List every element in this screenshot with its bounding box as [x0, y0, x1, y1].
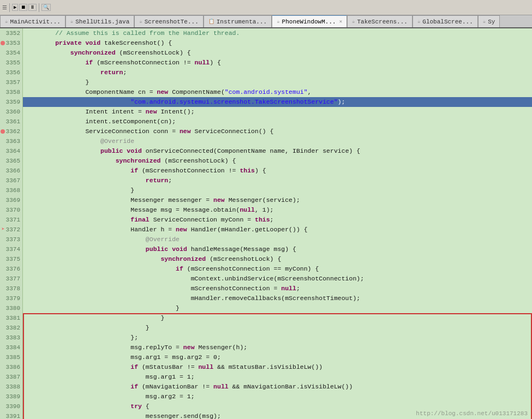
line-number-text: 3353: [6, 38, 20, 48]
tab-shellutils[interactable]: ☕ ShellUtils.java: [65, 15, 134, 27]
line-number-text: 3391: [6, 411, 20, 419]
line-number-text: 3370: [6, 205, 20, 215]
line-num: 3354: [0, 48, 22, 58]
code-line[interactable]: synchronized (mScreenshotLock) {: [23, 48, 532, 58]
code-line[interactable]: synchronized (mScreenshotLock) {: [23, 156, 532, 166]
code-line[interactable]: if (mScreenshotConnection != this) {: [23, 166, 532, 176]
line-num: 3368: [0, 185, 22, 195]
line-number-text: 3358: [6, 87, 20, 97]
toolbar-btn[interactable]: ▶: [12, 4, 18, 11]
line-number-text: 3359: [6, 97, 20, 107]
tab-label-mainactivity: MainActivit...: [10, 19, 60, 25]
tab-globalscree[interactable]: ☕ GlobalScree...: [413, 15, 478, 27]
line-num: 3375: [0, 254, 22, 264]
code-line[interactable]: synchronized (mScreenshotLock) {: [23, 254, 532, 264]
code-line[interactable]: mHandler.removeCallbacks(mScreenshotTime…: [23, 294, 532, 303]
code-line[interactable]: Message msg = Message.obtain(null, 1);: [23, 205, 532, 215]
line-number-text: 3384: [6, 343, 20, 352]
code-line[interactable]: @Override: [23, 235, 532, 244]
tab-screenshotte[interactable]: ☕ ScreenshotTe...: [134, 15, 203, 27]
line-number-text: 3368: [6, 185, 20, 195]
line-numbers: 3352335333543355335633573358335933603361…: [0, 28, 23, 419]
line-number-text: 3357: [6, 77, 20, 87]
line-number-text: 3352: [6, 28, 20, 38]
tab-takescreens[interactable]: ☕ TakeScreens...: [347, 15, 413, 27]
line-num: 3365: [0, 156, 22, 166]
line-number-text: 3380: [6, 303, 20, 313]
line-number-text: 3381: [6, 313, 20, 323]
code-line[interactable]: final ServiceConnection myConn = this;: [23, 215, 532, 225]
line-num: 3387: [0, 372, 22, 382]
line-num: 3378: [0, 284, 22, 294]
code-line[interactable]: mContext.unbindService(mScreenshotConnec…: [23, 274, 532, 284]
tab-label-sy: Sy: [488, 19, 495, 25]
line-number-text: 3355: [6, 58, 20, 68]
code-line[interactable]: Intent intent = new Intent();: [23, 107, 532, 117]
code-lines[interactable]: // Assume this is called from the Handle…: [23, 28, 532, 419]
code-line[interactable]: mScreenshotConnection = null;: [23, 284, 532, 294]
code-line[interactable]: }: [23, 77, 532, 87]
code-line[interactable]: msg.arg1 = msg.arg2 = 0;: [23, 352, 532, 362]
code-line[interactable]: Messenger messenger = new Messenger(serv…: [23, 195, 532, 205]
toolbar-search[interactable]: 🔍: [41, 4, 51, 11]
line-num: 3352: [0, 28, 22, 38]
line-number-text: 3361: [6, 117, 20, 127]
toolbar-separator-2: [39, 3, 39, 12]
code-line[interactable]: private void takeScreenshot() {: [23, 38, 532, 48]
code-line[interactable]: return;: [23, 176, 532, 185]
line-number-text: 3377: [6, 274, 20, 284]
code-line[interactable]: msg.arg1 = 1;: [23, 372, 532, 382]
line-num: 3356: [0, 68, 22, 77]
line-num: 3359: [0, 97, 22, 107]
line-num: 3373: [0, 235, 22, 244]
line-num: 3366: [0, 166, 22, 176]
line-number-text: 3363: [6, 136, 20, 146]
tab-icon-phonewindowm: ☕: [277, 19, 279, 25]
tab-label-phonewindowm: PhoneWindowM...: [282, 19, 336, 25]
tab-mainactivity[interactable]: ☕ MainActivit...: [0, 15, 65, 27]
code-line[interactable]: if (mScreenshotConnection != null) {: [23, 58, 532, 68]
code-line[interactable]: }: [23, 313, 532, 323]
toolbar-btn-3[interactable]: ⏸: [28, 4, 37, 11]
breakpoint-marker: [1, 129, 5, 134]
code-line[interactable]: Handler h = new Handler(mHandler.getLoop…: [23, 225, 532, 235]
code-line[interactable]: if (mStatusBar != null && mStatusBar.isV…: [23, 362, 532, 372]
code-line[interactable]: }: [23, 303, 532, 313]
line-number-text: 3354: [6, 48, 20, 58]
code-line[interactable]: return;: [23, 68, 532, 77]
code-line[interactable]: "com.android.systemui.screenshot.TakeScr…: [23, 97, 532, 107]
code-line[interactable]: }: [23, 185, 532, 195]
code-line[interactable]: msg.replyTo = new Messenger(h);: [23, 343, 532, 352]
code-line[interactable]: intent.setComponent(cn);: [23, 117, 532, 127]
code-line[interactable]: if (mNavigationBar != null && mNavigatio…: [23, 382, 532, 392]
tab-label-shellutils: ShellUtils.java: [75, 19, 129, 25]
line-num: 3374: [0, 244, 22, 254]
code-line[interactable]: // Assume this is called from the Handle…: [23, 28, 532, 38]
line-number-text: 3360: [6, 107, 20, 117]
line-number-text: 3386: [6, 362, 20, 372]
code-line[interactable]: public void onServiceConnected(Component…: [23, 146, 532, 156]
code-line[interactable]: @Override: [23, 136, 532, 146]
code-line[interactable]: }: [23, 323, 532, 333]
tab-bar: ☕ MainActivit... ☕ ShellUtils.java ☕ Scr…: [0, 15, 532, 28]
tab-icon-mainactivity: ☕: [5, 19, 8, 25]
line-number-text: 3364: [6, 146, 20, 156]
line-num: 3388: [0, 382, 22, 392]
tab-sy[interactable]: ☕ Sy: [478, 15, 500, 27]
code-line[interactable]: ComponentName cn = new ComponentName("co…: [23, 87, 532, 97]
tab-close-phonewindowm[interactable]: ✕: [339, 19, 342, 25]
tab-phonewindowm[interactable]: ☕ PhoneWindowM... ✕: [272, 15, 347, 27]
code-line[interactable]: ServiceConnection conn = new ServiceConn…: [23, 127, 532, 136]
tab-icon-instrumenta: 📋: [208, 19, 214, 25]
tab-instrumenta[interactable]: 📋 Instrumenta...: [204, 15, 272, 27]
code-line[interactable]: };: [23, 333, 532, 343]
line-number-text: 3376: [6, 264, 20, 274]
line-num: 3363: [0, 136, 22, 146]
code-line[interactable]: if (mScreenshotConnection == myConn) {: [23, 264, 532, 274]
code-line[interactable]: public void handleMessage(Message msg) {: [23, 244, 532, 254]
toolbar-btn-2[interactable]: ⏹: [19, 4, 27, 11]
toolbar-separator: [9, 3, 10, 12]
tab-icon-screenshotte: ☕: [139, 19, 142, 25]
line-number-text: 3388: [6, 382, 20, 392]
code-line[interactable]: msg.arg2 = 1;: [23, 392, 532, 402]
